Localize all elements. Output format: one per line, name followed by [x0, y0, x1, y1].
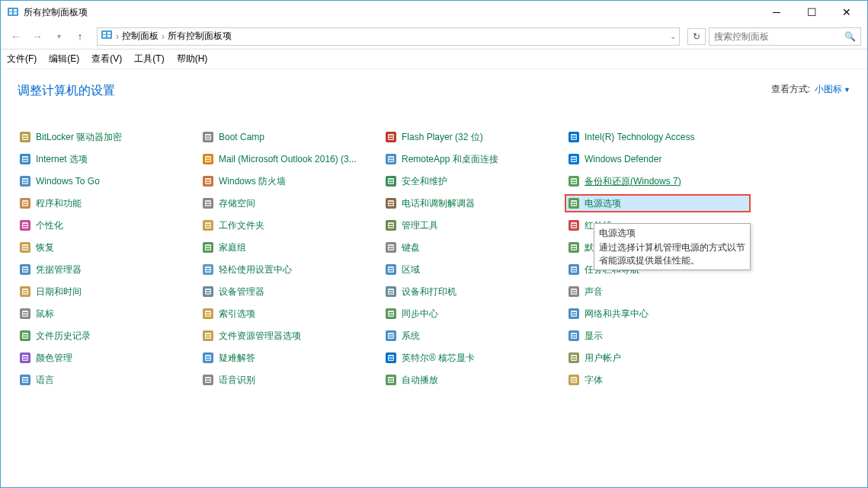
cp-item-lock[interactable]: BitLocker 驱动器加密 — [18, 129, 200, 145]
refresh-button[interactable]: ↻ — [687, 28, 706, 45]
flag-icon — [385, 175, 397, 187]
svg-rect-37 — [389, 160, 393, 161]
svg-rect-9 — [107, 35, 111, 37]
item-label: 设备管理器 — [219, 285, 264, 298]
forward-button[interactable]: → — [28, 27, 46, 46]
cp-item-phone[interactable]: 电话和调制解调器 — [383, 196, 566, 211]
cp-item-remote[interactable]: RemoteApp 和桌面连接 — [383, 152, 566, 167]
svg-rect-128 — [206, 290, 210, 292]
cp-item-autoplay[interactable]: 自动播放 — [383, 372, 566, 388]
svg-rect-5 — [101, 30, 112, 39]
cp-item-devmgr[interactable]: 设备管理器 — [200, 284, 383, 299]
cp-item-mail[interactable]: Mail (Microsoft Outlook 2016) (3... — [200, 152, 383, 167]
svg-rect-80 — [206, 224, 210, 225]
cp-item-index[interactable]: 索引选项 — [200, 306, 383, 321]
cp-item-keyboard[interactable]: 键盘 — [383, 240, 566, 255]
svg-rect-177 — [206, 359, 210, 360]
svg-rect-109 — [23, 270, 27, 272]
viewby-value[interactable]: 小图标 ▼ — [815, 83, 850, 96]
cp-item-explorer[interactable]: 文件资源管理器选项 — [200, 328, 383, 343]
address-bar[interactable]: › 控制面板 › 所有控制面板项 ⌄ — [97, 27, 680, 46]
cp-item-cred[interactable]: 凭据管理器 — [18, 262, 200, 277]
cp-item-sound[interactable]: 声音 — [566, 284, 749, 299]
titlebar: 所有控制面板项 ─ ☐ ✕ — [1, 1, 867, 24]
up-button[interactable]: ↑ — [71, 27, 89, 46]
svg-rect-129 — [206, 292, 210, 294]
cp-item-intel[interactable]: Intel(R) Technology Access — [566, 129, 749, 145]
menu-tools[interactable]: 工具(T) — [134, 53, 164, 65]
address-icon — [101, 29, 113, 43]
cp-item-admin[interactable]: 管理工具 — [383, 218, 566, 233]
svg-rect-137 — [572, 292, 576, 294]
svg-rect-47 — [205, 178, 211, 184]
menu-file[interactable]: 文件(F) — [7, 53, 37, 65]
cp-item-filehistory[interactable]: 文件历史记录 — [18, 328, 200, 343]
cp-item-sync[interactable]: 同步中心 — [383, 306, 566, 321]
cp-item-shield[interactable]: Windows Defender — [566, 152, 749, 167]
cp-item-mouse[interactable]: 鼠标 — [18, 306, 200, 321]
search-icon[interactable]: 🔍 — [844, 31, 856, 42]
svg-rect-100 — [389, 246, 393, 247]
togo-icon — [19, 175, 31, 187]
svg-rect-149 — [389, 314, 393, 316]
search-box[interactable]: 🔍 — [709, 27, 861, 46]
svg-rect-87 — [571, 222, 577, 228]
menu-edit[interactable]: 编辑(E) — [49, 53, 79, 65]
cp-item-disk[interactable]: Boot Camp — [200, 129, 383, 145]
svg-rect-20 — [389, 136, 393, 137]
cp-item-fonts[interactable]: 字体 — [566, 372, 749, 388]
cp-item-firewall[interactable]: Windows 防火墙 — [200, 174, 383, 189]
svg-rect-28 — [23, 158, 27, 159]
breadcrumb-current[interactable]: 所有控制面板项 — [168, 30, 232, 43]
cp-item-workfolder[interactable]: 工作文件夹 — [200, 218, 383, 233]
cp-item-personal[interactable]: 个性化 — [18, 218, 200, 233]
search-input[interactable] — [714, 31, 844, 42]
cp-item-ease[interactable]: 轻松使用设置中心 — [200, 262, 383, 277]
back-button[interactable]: ← — [7, 27, 25, 46]
breadcrumb-root[interactable]: 控制面板 — [122, 30, 159, 43]
svg-rect-103 — [571, 244, 577, 250]
cp-item-storage[interactable]: 存储空间 — [200, 196, 383, 211]
svg-rect-95 — [205, 244, 211, 250]
cp-item-backup[interactable]: 备份和还原(Windows 7) — [566, 174, 749, 189]
close-button[interactable]: ✕ — [829, 1, 864, 24]
cp-item-flash[interactable]: Flash Player (32 位) — [383, 129, 566, 145]
svg-rect-63 — [205, 200, 211, 206]
item-label: 用户帐户 — [585, 352, 621, 365]
autoplay-icon — [385, 374, 397, 386]
svg-rect-84 — [389, 224, 393, 225]
filehistory-icon — [19, 330, 31, 342]
cp-item-display[interactable]: 显示 — [566, 328, 749, 343]
menu-help[interactable]: 帮助(H) — [177, 53, 208, 65]
cp-item-intelgfx[interactable]: 英特尔® 核芯显卡 — [383, 350, 566, 365]
cp-item-programs[interactable]: 程序和功能 — [18, 196, 200, 211]
cp-item-togo[interactable]: Windows To Go — [18, 174, 200, 189]
sync-icon — [385, 308, 397, 320]
svg-rect-56 — [572, 180, 576, 181]
cp-item-lang[interactable]: 语言 — [18, 372, 200, 388]
cp-item-users[interactable]: 用户帐户 — [566, 350, 749, 365]
cp-item-flag[interactable]: 安全和维护 — [383, 174, 566, 189]
cp-item-network[interactable]: 网络和共享中心 — [566, 306, 749, 321]
menu-view[interactable]: 查看(V) — [91, 53, 122, 65]
maximize-button[interactable]: ☐ — [794, 1, 829, 24]
cp-item-printer[interactable]: 设备和打印机 — [383, 284, 566, 299]
item-label: 索引选项 — [219, 308, 255, 321]
minimize-button[interactable]: ─ — [759, 1, 794, 24]
cp-item-power[interactable]: 电源选项 — [566, 196, 749, 211]
address-dropdown-icon[interactable]: ⌄ — [670, 32, 676, 40]
dropdown-history[interactable]: ▾ — [50, 27, 68, 46]
cp-item-clock[interactable]: 日期和时间 — [18, 284, 200, 299]
cp-item-color[interactable]: 颜色管理 — [18, 350, 200, 365]
item-label: 家庭组 — [219, 241, 246, 254]
cp-item-trouble[interactable]: 疑难解答 — [200, 350, 383, 365]
mail-icon — [202, 153, 214, 165]
item-label: 存储空间 — [219, 197, 255, 210]
window: 所有控制面板项 ─ ☐ ✕ ← → ▾ ↑ › 控制面板 › 所有控制面板项 ⌄… — [0, 0, 868, 488]
cp-item-region[interactable]: 区域 — [383, 262, 566, 277]
cp-item-speech[interactable]: 语音识别 — [200, 372, 383, 388]
cp-item-globe[interactable]: Internet 选项 — [18, 152, 200, 167]
cp-item-recovery[interactable]: 恢复 — [18, 240, 200, 255]
cp-item-homegroup[interactable]: 家庭组 — [200, 240, 383, 255]
cp-item-system[interactable]: 系统 — [383, 328, 566, 343]
